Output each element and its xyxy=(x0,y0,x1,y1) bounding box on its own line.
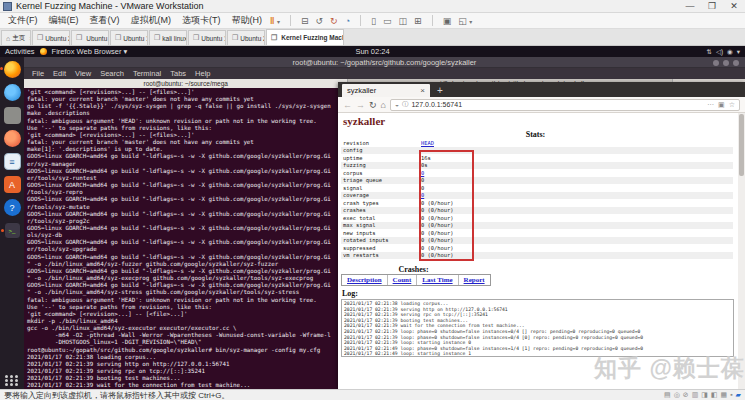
home-button[interactable]: ⌂ xyxy=(381,100,386,110)
vmware-titlebar: Kernel Fuzzing Machine - VMware Workstat… xyxy=(0,0,745,13)
terminal-menu-item[interactable]: View xyxy=(75,69,91,78)
library-toggle-icon[interactable]: ▯ xyxy=(371,16,376,26)
stat-value: 0 xyxy=(421,185,424,191)
stat-value: 0 xyxy=(421,177,424,183)
manage-snapshots-icon[interactable]: ◔ xyxy=(345,16,350,26)
browser-scrollbar[interactable] xyxy=(738,113,745,389)
tab-close-icon[interactable]: × xyxy=(29,35,31,42)
cd-device-icon[interactable]: ◎ xyxy=(674,391,680,399)
vmware-menu-item[interactable]: 查看(V) xyxy=(90,14,120,27)
terminal-menu-item[interactable]: Help xyxy=(195,69,210,78)
stat-label: revision xyxy=(341,140,421,146)
files-dock-icon[interactable] xyxy=(4,107,21,124)
stat-value-link[interactable]: 0 xyxy=(421,192,424,198)
writer-dock-icon[interactable]: ≡ xyxy=(4,153,21,170)
vm-tab-kernel-fuzzing-machine[interactable]: ❒Kernel Fuzzing Machine× xyxy=(266,29,344,45)
tab-close-icon[interactable]: × xyxy=(420,86,425,95)
browser-tab-syzkaller[interactable]: syzkaller × xyxy=(342,84,430,97)
floppy-device-icon[interactable]: ⊘ xyxy=(683,391,689,399)
vmware-menu-item[interactable]: 编辑(E) xyxy=(49,14,79,27)
sound-device-icon[interactable]: ◧ xyxy=(711,391,718,399)
toolbar-separator xyxy=(432,15,433,26)
terminal-dock-icon[interactable]: >_ xyxy=(4,222,21,239)
vm-icon: ❒ xyxy=(232,34,238,42)
close-button[interactable]: ✕ xyxy=(723,0,745,12)
terminal-titlebar[interactable]: root@ubuntu: ~/gopath/src/github.com/goo… xyxy=(24,57,745,68)
vm-tab-ubuntu-16-04[interactable]: ❒Ubuntu 16.04× xyxy=(71,30,109,45)
log-output[interactable]: 2021/01/17 02:21:38 loading corpus...202… xyxy=(341,299,734,357)
stat-value-link[interactable]: HEAD xyxy=(421,140,434,146)
terminal-menu-item[interactable]: Terminal xyxy=(133,69,161,78)
usb-device-icon[interactable]: ▥ xyxy=(692,391,699,399)
unity-view-icon[interactable]: ⊞ xyxy=(414,16,422,26)
stat-value-link[interactable]: 0 xyxy=(421,170,424,176)
maximize-button[interactable]: ❐ xyxy=(701,0,723,12)
console-view-icon[interactable]: ◫ xyxy=(399,16,408,26)
stat-label: fuzzing xyxy=(341,162,421,168)
crash-column-count[interactable]: Count xyxy=(388,275,418,285)
network-device-icon[interactable]: ▰ xyxy=(736,391,741,399)
stat-label: rotated inputs xyxy=(341,237,421,243)
stats-row: config xyxy=(341,147,733,155)
console-icon[interactable]: ▣ xyxy=(443,16,452,26)
vmware-menu-item[interactable]: 帮助(H) xyxy=(232,14,263,27)
rhythmbox-dock-icon[interactable] xyxy=(4,130,21,147)
reload-button[interactable]: ↻ xyxy=(369,100,377,110)
stats-row: exec total0 (0/hour) xyxy=(341,214,733,222)
help-dock-icon[interactable]: ? xyxy=(4,199,21,216)
page-title: syzkaller xyxy=(343,115,385,127)
url-bar[interactable]: ◒ ⓘ 127.0.0.1:56741 ⋯ ▣ ☆ xyxy=(390,99,740,111)
vm-icon: ❒ xyxy=(76,34,82,42)
hdd-device-icon[interactable]: ▤ xyxy=(664,391,671,399)
terminal-tab[interactable]: root@ubuntu: ~/source/mega xyxy=(24,79,348,88)
page-actions-icon[interactable]: ⋯ xyxy=(707,101,714,109)
terminal-window-buttons[interactable] xyxy=(713,60,739,66)
bookmark-star-icon[interactable]: ☆ xyxy=(729,101,735,109)
clock[interactable]: Sun 02:24 xyxy=(0,47,745,56)
crash-column-description[interactable]: Description xyxy=(342,275,388,285)
shield-icon[interactable]: ◒ xyxy=(395,101,399,108)
vm-tab-ubuntu-19-server[interactable]: ❒Ubuntu 19-server× xyxy=(188,30,226,45)
terminal-menu-item[interactable]: Search xyxy=(100,69,124,78)
stats-row: crash types0 (0/hour) xyxy=(341,199,733,207)
thunderbird-dock-icon[interactable] xyxy=(4,84,21,101)
url-text[interactable]: 127.0.0.1:56741 xyxy=(411,101,704,108)
terminal-menu-item[interactable]: File xyxy=(32,69,44,78)
save-pocket-icon[interactable]: ▣ xyxy=(718,101,725,109)
vmware-menu-item[interactable]: 选项卡(T) xyxy=(182,14,221,27)
fullscreen-icon[interactable]: ◱ ▾ xyxy=(458,16,472,26)
stat-value: 0 (0/hour) xyxy=(421,215,453,221)
display-device-icon[interactable]: ▦ xyxy=(721,391,728,399)
vm-tab-ubuntu-20-04[interactable]: ❒Ubuntu 20.04× xyxy=(227,30,265,45)
terminal-menu-item[interactable]: Tabs xyxy=(170,69,186,78)
ctrl-alt-del-icon[interactable]: ⊟ xyxy=(301,16,309,26)
stat-value: 0 (0/hour) xyxy=(421,237,453,243)
printer-device-icon[interactable]: ◨ xyxy=(701,391,708,399)
software-dock-icon[interactable]: A xyxy=(4,176,21,193)
terminal-menu-item[interactable]: Edit xyxy=(53,69,66,78)
take-snapshot-icon[interactable]: ↺ xyxy=(316,16,324,26)
site-info-icon[interactable]: ⓘ xyxy=(402,100,409,109)
vmware-menu-bar: 文件(F)编辑(E)查看(V)虚拟机(M)选项卡(T)帮助(H) xyxy=(0,14,270,27)
message-icon[interactable]: ▪ xyxy=(730,391,732,399)
tab-home[interactable]: ⌂主页× xyxy=(1,30,31,45)
new-tab-button[interactable]: + xyxy=(437,84,443,97)
vm-tab-ubuntu-18-04[interactable]: ❒Ubuntu 18.04× xyxy=(110,30,148,45)
vm-tab-kali-linux[interactable]: ❒kali linux× xyxy=(149,30,187,45)
vmware-menu-item[interactable]: 虚拟机(M) xyxy=(131,14,172,27)
vmware-toolbar: 文件(F)编辑(E)查看(V)虚拟机(M)选项卡(T)帮助(H) ‖ ▾ ⊟ ↺… xyxy=(0,13,745,29)
forward-button[interactable]: → xyxy=(356,100,365,110)
thumbnail-toggle-icon[interactable]: ▭ xyxy=(383,16,392,26)
revert-snapshot-icon[interactable]: ↻ xyxy=(330,16,338,26)
crash-column-report[interactable]: Report xyxy=(459,275,490,285)
stat-label: triage queue xyxy=(341,177,421,183)
vm-tab-label: Ubuntu 16.04 xyxy=(86,35,109,42)
pause-button[interactable]: ‖ ▾ xyxy=(270,16,280,26)
crash-column-last-time[interactable]: Last Time xyxy=(417,275,458,285)
firefox-dock-icon[interactable] xyxy=(4,61,21,78)
vm-tab-ubuntu-20-04[interactable]: ❒Ubuntu 20.04× xyxy=(32,30,70,45)
vmware-menu-item[interactable]: 文件(F) xyxy=(8,14,38,27)
back-button[interactable]: ← xyxy=(343,100,352,110)
minimize-button[interactable]: — xyxy=(679,0,701,12)
apps-dock-icon[interactable] xyxy=(4,372,21,389)
